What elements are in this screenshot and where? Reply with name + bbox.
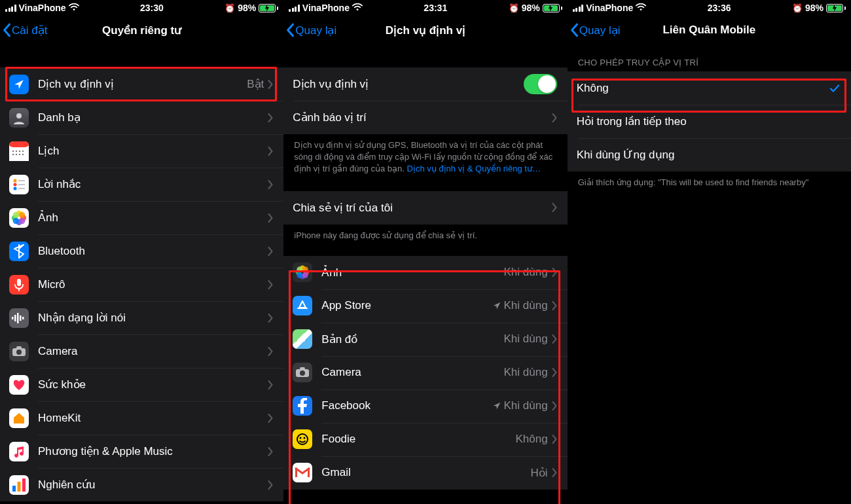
option-while-using[interactable]: Khi dùng Ứng dụng: [568, 138, 851, 171]
row-location-toggle[interactable]: Dịch vụ định vị: [283, 67, 567, 101]
chevron-left-icon: [569, 23, 579, 37]
wifi-icon: [352, 3, 363, 13]
foodie-icon: [293, 429, 312, 449]
row-contacts[interactable]: Danh bạ: [0, 101, 283, 134]
chevron-right-icon: [552, 468, 557, 477]
row-calendar[interactable]: Lịch: [0, 134, 283, 168]
back-label: Cài đặt: [12, 24, 47, 37]
svg-point-16: [12, 154, 14, 155]
chevron-right-icon: [552, 203, 557, 212]
signal-icon: [289, 5, 300, 12]
svg-rect-11: [9, 147, 29, 161]
row-app-facebook[interactable]: Facebook Khi dùng: [283, 389, 567, 423]
app-label: App Store: [321, 299, 492, 312]
row-share-location[interactable]: Chia sẻ vị trí của tôi: [283, 191, 567, 225]
signal-icon: [573, 5, 584, 12]
row-health[interactable]: Sức khỏe: [0, 368, 283, 401]
back-label: Quay lại: [579, 24, 621, 37]
row-microphone[interactable]: Micrô: [0, 268, 283, 301]
row-label: Phương tiện & Apple Music: [38, 444, 268, 458]
carrier-label: VinaPhone: [302, 3, 350, 13]
row-media[interactable]: Phương tiện & Apple Music: [0, 435, 283, 468]
svg-point-42: [297, 434, 308, 444]
svg-rect-23: [18, 180, 25, 181]
svg-point-44: [304, 437, 306, 439]
calendar-icon: [9, 141, 29, 161]
row-homekit[interactable]: HomeKit: [0, 401, 283, 435]
row-reminders[interactable]: Lời nhắc: [0, 168, 283, 201]
option-ask-next-time[interactable]: Hỏi trong lần tiếp theo: [568, 105, 851, 138]
svg-point-15: [22, 151, 24, 152]
back-button[interactable]: Cài đặt: [0, 23, 47, 37]
row-speech[interactable]: Nhận dạng lời nói: [0, 301, 283, 334]
svg-rect-28: [14, 315, 16, 321]
app-explanation: Giải thích ứng dụng: "This will be used …: [568, 171, 851, 196]
privacy-link[interactable]: Dịch vụ định vị & Quyền riêng tư…: [407, 164, 541, 173]
app-label: Ảnh: [321, 266, 503, 279]
signal-icon: [5, 5, 16, 12]
app-label: Gmail: [321, 466, 530, 479]
chevron-right-icon: [268, 180, 273, 189]
battery-label: 98%: [238, 3, 256, 13]
row-app-appstore[interactable]: App Store Khi dùng: [283, 289, 567, 323]
svg-point-19: [22, 154, 24, 155]
chevron-right-icon: [552, 301, 557, 310]
wifi-icon: [69, 3, 79, 13]
back-label: Quay lại: [295, 24, 336, 37]
app-value: Khi dùng: [492, 399, 548, 412]
svg-point-43: [300, 437, 302, 439]
footer-description: Dịch vụ định vị sử dụng GPS, Bluetooth v…: [283, 134, 567, 183]
home-icon: [9, 408, 29, 428]
row-app-maps[interactable]: Bản đồ Khi dùng: [283, 323, 567, 356]
chevron-right-icon: [552, 113, 557, 122]
app-value: Khi dùng: [504, 333, 548, 346]
row-app-photos[interactable]: Ảnh Khi dùng: [283, 256, 567, 289]
row-camera[interactable]: Camera: [0, 334, 283, 368]
row-location-services[interactable]: Dịch vụ định vị Bật: [0, 67, 283, 101]
svg-rect-36: [18, 482, 21, 492]
option-never[interactable]: Không: [568, 71, 851, 105]
row-app-gmail[interactable]: Gmail Hỏi: [283, 456, 567, 490]
chevron-right-icon: [268, 480, 273, 490]
contacts-icon: [9, 108, 29, 128]
health-icon: [9, 375, 29, 395]
battery-icon: [543, 4, 562, 12]
music-icon: [9, 442, 29, 461]
row-app-camera[interactable]: Camera Khi dùng: [283, 356, 567, 389]
nav-bar: Quay lại Dịch vụ định vị: [283, 16, 567, 45]
row-label: Ảnh: [38, 211, 268, 225]
battery-label: 98%: [805, 3, 824, 13]
research-icon: [9, 475, 29, 495]
app-value: Khi dùng: [504, 366, 548, 379]
row-app-foodie[interactable]: Foodie Không: [283, 423, 567, 456]
chevron-left-icon: [285, 23, 295, 37]
clock: 23:31: [363, 3, 509, 13]
chevron-right-icon: [268, 213, 273, 223]
chevron-right-icon: [268, 247, 273, 256]
row-research[interactable]: Nghiên cứu: [0, 468, 283, 501]
gmail-icon: [293, 463, 312, 482]
svg-point-34: [16, 350, 22, 355]
toggle-switch[interactable]: [524, 74, 557, 94]
row-location-alerts[interactable]: Cảnh báo vị trí: [283, 101, 567, 134]
bluetooth-icon: [9, 242, 29, 261]
chevron-right-icon: [552, 368, 557, 377]
alarm-icon: ⏰: [509, 3, 519, 13]
back-button[interactable]: Quay lại: [283, 23, 336, 37]
chevron-right-icon: [552, 334, 557, 344]
svg-rect-26: [17, 279, 21, 286]
row-label: Cảnh báo vị trí: [293, 111, 551, 124]
row-photos[interactable]: Ảnh: [0, 201, 283, 234]
svg-point-41: [300, 370, 305, 376]
clock: 23:36: [646, 3, 792, 13]
svg-point-9: [16, 113, 22, 118]
battery-label: 98%: [522, 3, 540, 13]
svg-point-22: [14, 187, 17, 190]
chevron-right-icon: [552, 401, 557, 410]
app-label: Bản đồ: [321, 333, 503, 346]
row-bluetooth[interactable]: Bluetooth: [0, 234, 283, 268]
app-value: Không: [515, 433, 547, 446]
svg-rect-24: [18, 184, 25, 185]
back-button[interactable]: Quay lại: [568, 23, 621, 37]
nav-bar: Quay lại Liên Quân Mobile: [568, 16, 851, 45]
